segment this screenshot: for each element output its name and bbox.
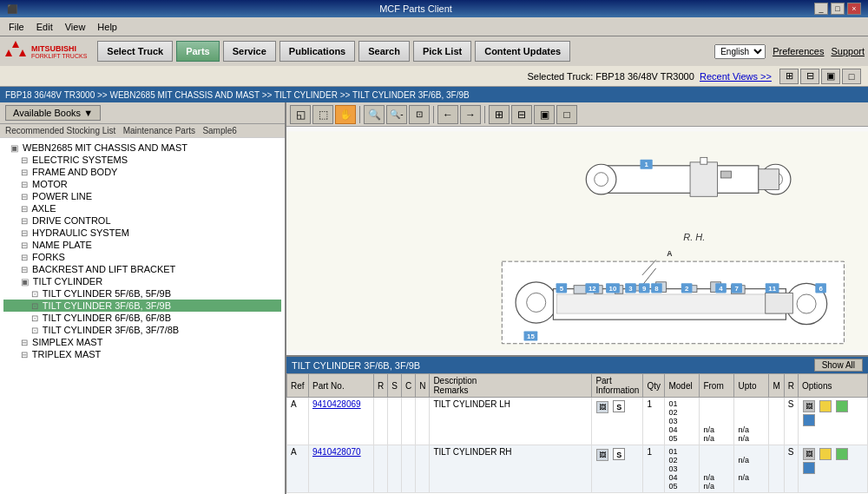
diag-hand-btn[interactable]: ✋ (335, 105, 356, 124)
diag-view4-btn[interactable]: □ (556, 105, 577, 124)
cell-partno[interactable]: 9410428069 (309, 398, 374, 445)
tree-item-tiltcyl2[interactable]: ⊡ TILT CYLINDER 3F/6B, 3F/9B (3, 300, 281, 312)
option-blue-btn[interactable] (803, 462, 815, 474)
search-button[interactable]: Search (358, 41, 410, 62)
cell-ref: A (287, 398, 309, 445)
close-button[interactable]: × (847, 3, 861, 15)
svg-rect-29 (766, 293, 793, 313)
diag-zoom-fit-btn[interactable]: ⊡ (409, 105, 430, 124)
diag-view2-btn[interactable]: ⊟ (511, 105, 532, 124)
tree-item-drive[interactable]: ⊟ DRIVE CONTROL (3, 214, 281, 227)
part-info-img-icon[interactable]: 🖼 (596, 449, 608, 461)
cell-partinfo[interactable]: 🖼 S (592, 445, 643, 493)
parts-table-container[interactable]: Ref Part No. R S C N DescriptionRemarks … (286, 373, 868, 494)
cell-qty: 1 (643, 398, 665, 445)
tree-item-hydraulic[interactable]: ⊟ HYDRAULIC SYSTEM (3, 227, 281, 239)
tree-item-powerline[interactable]: ⊟ POWER LINE (3, 190, 281, 202)
recent-views-link[interactable]: Recent Views >> (700, 71, 772, 82)
option-green-btn[interactable] (836, 448, 848, 460)
minimize-button[interactable]: _ (814, 3, 828, 15)
option-yellow-btn[interactable] (819, 448, 832, 460)
language-select[interactable]: English (714, 44, 766, 59)
tree-item-nameplate[interactable]: ⊟ NAME PLATE (3, 239, 281, 251)
option-img-btn[interactable]: 🖼 (803, 448, 815, 460)
tree-item-webn2685[interactable]: ▣ WEBN2685 MIT CHASSIS AND MAST (3, 142, 281, 154)
svg-rect-11 (690, 162, 718, 196)
tree-item-electric[interactable]: ⊟ ELECTRIC SYSTEMS (3, 154, 281, 166)
select-truck-button[interactable]: Select Truck (97, 41, 173, 62)
col-upto: Upto (734, 374, 769, 398)
tree-item-axle[interactable]: ⊟ AXLE (3, 202, 281, 214)
menu-item-file[interactable]: File (3, 20, 30, 34)
menu-item-edit[interactable]: Edit (31, 20, 58, 34)
view-btn-4[interactable]: □ (842, 69, 861, 84)
diag-back-btn[interactable]: ← (437, 105, 458, 124)
pick-list-button[interactable]: Pick List (413, 41, 471, 62)
svg-text:9: 9 (642, 285, 647, 293)
tree-item-tiltcyl[interactable]: ▣ TILT CYLINDER (3, 275, 281, 287)
diag-pan-btn[interactable]: ⬚ (312, 105, 333, 124)
app-icon: ⬛ (7, 4, 17, 14)
diag-view3-btn[interactable]: ▣ (534, 105, 555, 124)
tree-item-tiltcyl1[interactable]: ⊡ TILT CYLINDER 5F/6B, 5F/9B (3, 287, 281, 300)
available-books-button[interactable]: Available Books ▼ (5, 105, 101, 121)
menu-item-help[interactable]: Help (92, 20, 122, 34)
tab-sample[interactable]: Sample6 (202, 126, 236, 135)
col-c: C (401, 374, 415, 398)
diag-select-btn[interactable]: ◱ (290, 105, 311, 124)
col-n: N (416, 374, 430, 398)
maximize-button[interactable]: □ (831, 3, 845, 15)
service-button[interactable]: Service (223, 41, 276, 62)
mitsubishi-logo: MITSUBISHI FORKLIFT TRUCKS (3, 39, 87, 63)
svg-text:A: A (667, 249, 673, 258)
option-yellow-btn[interactable] (819, 400, 832, 412)
view-btn-3[interactable]: ▣ (821, 69, 840, 84)
svg-text:4: 4 (719, 285, 723, 293)
cell-ref: A (287, 445, 309, 493)
tree-item-backrest[interactable]: ⊟ BACKREST AND LIFT BRACKET (3, 263, 281, 275)
option-green-btn[interactable] (836, 400, 848, 412)
cell-options[interactable]: 🖼 (799, 445, 868, 493)
preferences-link[interactable]: Preferences (773, 46, 824, 56)
cell-desc: TILT CYLINDER LH (430, 398, 592, 445)
window-controls[interactable]: _ □ × (814, 3, 861, 15)
right-nav: English Preferences Support (714, 44, 865, 59)
show-all-button[interactable]: Show All (814, 359, 863, 372)
tab-maintenance[interactable]: Maintenance Parts (123, 126, 195, 135)
diag-view1-btn[interactable]: ⊞ (489, 105, 510, 124)
table-row: A 9410428070 TILT CYLINDER RH 🖼 S (287, 445, 868, 493)
cell-desc: TILT CYLINDER RH (430, 445, 592, 493)
cell-partno[interactable]: 9410428070 (309, 445, 374, 493)
publications-button[interactable]: Publications (279, 41, 355, 62)
tab-recommended[interactable]: Recommended Stocking List (5, 126, 115, 135)
option-blue-btn[interactable] (803, 414, 815, 426)
diagram-area: R. H. (286, 127, 868, 355)
svg-text:12: 12 (589, 285, 596, 293)
col-ref: Ref (287, 374, 309, 398)
tree-item-triplex[interactable]: ⊟ TRIPLEX MAST (3, 348, 281, 360)
view-btn-1[interactable]: ⊞ (779, 69, 799, 84)
menu-item-view[interactable]: View (60, 20, 91, 34)
tree-item-tiltcyl3[interactable]: ⊡ TILT CYLINDER 6F/6B, 6F/8B (3, 312, 281, 324)
cell-c (401, 445, 415, 493)
tree-item-simplex[interactable]: ⊟ SIMPLEX MAST (3, 336, 281, 348)
content-updates-button[interactable]: Content Updates (475, 41, 570, 62)
tree-item-tiltcyl4[interactable]: ⊡ TILT CYLINDER 3F/6B, 3F/7/8B (3, 324, 281, 336)
part-info-s-badge[interactable]: S (613, 400, 625, 412)
part-info-s-badge[interactable]: S (613, 448, 625, 460)
col-partinfo: PartInformation (592, 374, 643, 398)
tree-item-forks[interactable]: ⊟ FORKS (3, 251, 281, 263)
parts-button[interactable]: Parts (176, 41, 220, 62)
cell-partinfo[interactable]: 🖼 S (592, 398, 643, 445)
part-info-img-icon[interactable]: 🖼 (596, 401, 608, 413)
diag-zoom-in-btn[interactable]: 🔍 (364, 105, 385, 124)
diag-zoom-out-btn[interactable]: 🔍- (386, 105, 407, 124)
svg-marker-1 (5, 49, 12, 56)
option-img-btn[interactable]: 🖼 (803, 400, 815, 412)
cell-options[interactable]: 🖼 (799, 398, 868, 445)
view-btn-2[interactable]: ⊟ (800, 69, 819, 84)
diag-forward-btn[interactable]: → (460, 105, 481, 124)
tree-item-frame[interactable]: ⊟ FRAME AND BODY (3, 166, 281, 178)
support-link[interactable]: Support (831, 46, 865, 56)
tree-item-motor[interactable]: ⊟ MOTOR (3, 178, 281, 190)
